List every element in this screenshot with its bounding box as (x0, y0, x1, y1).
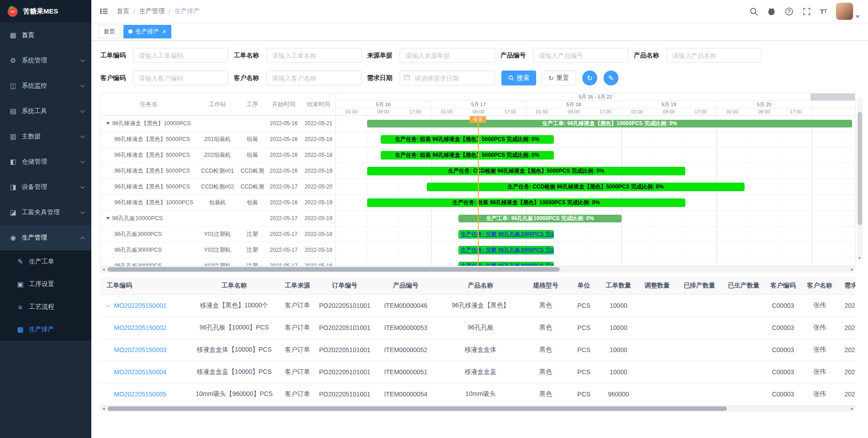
gantt-order-bar[interactable]: 生产工单: 96孔孔板10000PCS 完成比例: 0% (458, 215, 622, 222)
sidebar-item-6[interactable]: ◨设备管理 (0, 174, 91, 200)
sidebar-item-0[interactable]: ▦首页 (0, 23, 91, 48)
gantt-day-gridline (812, 116, 812, 266)
order-id-link[interactable]: MO202205150005 (114, 391, 166, 398)
sidebar-item-1[interactable]: ⚙系统管理 (0, 48, 91, 73)
github-icon[interactable] (767, 7, 776, 16)
order-id-link[interactable]: MO202205150002 (114, 324, 166, 331)
sidebar-item-label: 主数据 (22, 132, 81, 141)
gantt-task-bar[interactable]: 生产任务: 注塑 96孔孔板3000PCS 完成比例: 0% (458, 230, 554, 239)
scroll-right-icon[interactable]: ▸ (849, 266, 855, 273)
gantt-task-bar[interactable]: 生产任务: CCD检测 96孔移液盒【黑色】5000PCS 完成比例: 0% (427, 183, 745, 191)
order-cell (677, 339, 722, 361)
sidebar-item-3[interactable]: ▤系统工具 (0, 99, 91, 124)
search-icon[interactable] (750, 7, 758, 16)
gantt-task-bar[interactable]: 生产任务: 注塑 96孔孔板3000PCS 完成比例: 0% (458, 262, 554, 266)
sidebar-item-7[interactable]: ◪工装夹具管理 (0, 200, 91, 225)
filter-label: 产品名称 (634, 52, 663, 60)
breadcrumb: 首页/生产管理/生产排产 (117, 7, 200, 15)
sidebar-item-4[interactable]: ▥主数据 (0, 124, 91, 149)
tab-0[interactable]: 首页 (99, 25, 120, 38)
gantt-task-bar[interactable]: 生产任务: 组装 96孔移液盒【黑色】5000PCS 完成比例: 0% (381, 135, 554, 144)
gantt-week-header: 5月 16 - 5月 22 (336, 94, 855, 101)
filter-input-r1-2[interactable] (400, 48, 495, 63)
font-size-icon[interactable]: TT (820, 8, 827, 15)
sidebar-item-label: 工装夹具管理 (22, 208, 81, 217)
order-cell: 移液盒盒盖【10000】PCS (189, 361, 279, 383)
order-cell (722, 316, 766, 339)
scroll-right-icon[interactable]: ▸ (849, 405, 855, 412)
sidebar-subitem-3[interactable]: ▦生产排产 (0, 318, 91, 341)
gantt-vscroll-thumb[interactable] (858, 112, 862, 225)
gantt-task-row[interactable]: 96孔孔板3000PCSY01注塑机注塑2022-05-172022-05-18 (101, 226, 335, 242)
filter-input-r1-0[interactable] (133, 48, 228, 63)
edit-button[interactable]: ✎ (604, 71, 618, 85)
sidebar-subitem-0[interactable]: ✎生产工单 (0, 250, 91, 273)
gantt-task-bar[interactable]: 生产任务: CCD检测 96孔移液盒【黑色】5000PCS 完成比例: 0% (367, 167, 685, 175)
reset-button[interactable]: ↻ 重置 (542, 71, 576, 85)
gantt-horizontal-scrollbar[interactable]: ◂ ▸ (100, 266, 855, 273)
expand-chevron-icon[interactable] (106, 302, 111, 307)
gantt-task-row[interactable]: 96孔移液盒【黑色】5000PCSCCD检测#02CCD检测2022-05-17… (101, 179, 335, 195)
gantt-table-header: 任务名工作站工序开始时间结束时间 (101, 94, 335, 116)
main-area: 首页/生产管理/生产排产 ? (91, 0, 868, 438)
orders-col-header: 工单来源 (279, 277, 316, 294)
filter-input-r2-0[interactable] (133, 71, 228, 85)
gantt-order-bar[interactable]: 生产工单: 96孔移液盒【黑色】10000PCS 完成比例: 0% (367, 120, 852, 127)
gantt-task-row[interactable]: 96孔移液盒【黑色】10000PCS2022-05-162022-05-21 (101, 116, 335, 132)
refresh-button[interactable]: ↻ (582, 71, 597, 85)
calendar-icon (404, 74, 410, 80)
filter-field-r1-3: 产品编号 (500, 48, 628, 63)
breadcrumb-item[interactable]: 生产管理 (139, 7, 165, 15)
sidebar-subitem-1[interactable]: ▣工序设置 (0, 273, 91, 296)
gantt-task-row[interactable]: 96孔移液盒【黑色】5000PCSZ01组装机组装2022-05-162022-… (101, 132, 335, 147)
breadcrumb-item[interactable]: 首页 (117, 7, 129, 15)
avatar[interactable] (836, 3, 853, 20)
scroll-down-icon[interactable]: ▼ (858, 256, 861, 260)
gantt-day-cell: 5月 17 (431, 101, 527, 108)
gantt-task-row[interactable]: 96孔移液盒【黑色】5000PCSZ02组装机组装2022-05-162022-… (101, 147, 335, 163)
sidebar-subitem-2[interactable]: ≡工艺流程 (0, 296, 91, 318)
gantt-hscroll-thumb[interactable] (108, 267, 560, 272)
gantt-task-bar[interactable]: 生产任务: 注塑 96孔孔板3000PCS 完成比例: 0% (458, 246, 554, 254)
order-id-link[interactable]: MO202205150004 (114, 368, 166, 376)
collapse-triangle-icon[interactable] (106, 217, 110, 220)
filter-input-r1-4[interactable] (666, 48, 762, 63)
gantt-task-row[interactable]: 96孔孔板3000PCSY02注塑机注塑2022-05-172022-05-18 (101, 242, 335, 258)
gantt-task-row[interactable]: 96孔移液盒【黑色】10000PCS包装机包装2022-05-162022-05… (101, 195, 335, 211)
order-cell: 10000 (600, 294, 637, 316)
filter-input-r1-3[interactable] (533, 48, 628, 63)
scroll-left-icon[interactable]: ◂ (100, 266, 107, 273)
sidebar-item-8[interactable]: ◉生产管理 (0, 225, 91, 250)
order-id-link[interactable]: MO202205150003 (114, 346, 166, 353)
tab-1[interactable]: 生产排产× (123, 25, 171, 38)
filter-input-r1-1[interactable] (266, 48, 362, 63)
gantt-task-bar[interactable]: 生产任务: 组装 96孔移液盒【黑色】5000PCS 完成比例: 0% (381, 151, 554, 160)
sidebar-toggle-icon[interactable] (99, 7, 108, 16)
orders-hscroll-thumb[interactable] (108, 406, 727, 411)
order-id-link[interactable]: MO202205150001 (114, 302, 166, 309)
search-button[interactable]: 搜索 (501, 71, 536, 85)
scroll-left-icon[interactable]: ◂ (100, 405, 107, 412)
collapse-triangle-icon[interactable] (106, 122, 110, 125)
logo[interactable]: 苦糖果MES (0, 0, 91, 23)
gantt-hour-cell: 17:00 (780, 108, 812, 115)
orders-horizontal-scrollbar[interactable]: ◂ ▸ (100, 405, 855, 412)
user-menu[interactable] (836, 3, 860, 20)
sidebar-item-5[interactable]: ◧仓储管理 (0, 149, 91, 174)
tab-close-icon[interactable]: × (162, 28, 166, 35)
gantt-task-end: 2022-05-18 (301, 152, 336, 158)
filter-input-r2-1[interactable] (266, 71, 362, 85)
fullscreen-icon[interactable] (802, 7, 811, 16)
gantt-task-row[interactable]: 96孔孔板3000PCSY03注塑机注塑2022-05-172022-05-18 (101, 258, 335, 266)
top-navbar: 首页/生产管理/生产排产 ? (91, 0, 868, 23)
sidebar-item-2[interactable]: ◫系统监控 (0, 73, 91, 99)
help-icon[interactable]: ? (785, 7, 793, 16)
order-cell: 移液盒盒盖 (438, 361, 524, 383)
gantt-task-row[interactable]: 96孔孔板10000PCS2022-05-172022-05-19 (101, 211, 335, 226)
gantt-task-row[interactable]: 96孔移液盒【黑色】5000PCSCCD检测#01CCD检测2022-05-16… (101, 163, 335, 179)
sidebar-submenu: ✎生产工单▣工序设置≡工艺流程▦生产排产 (0, 250, 91, 341)
gantt-vertical-scrollbar[interactable]: ▼ (857, 97, 863, 259)
filter-input-r2-2[interactable] (400, 71, 495, 85)
gantt-task-station: Z02组装机 (197, 151, 238, 159)
gantt-task-bar[interactable]: 生产任务: 包装 96孔移液盒【黑色】10000PCS 完成比例: 0% (367, 198, 685, 207)
